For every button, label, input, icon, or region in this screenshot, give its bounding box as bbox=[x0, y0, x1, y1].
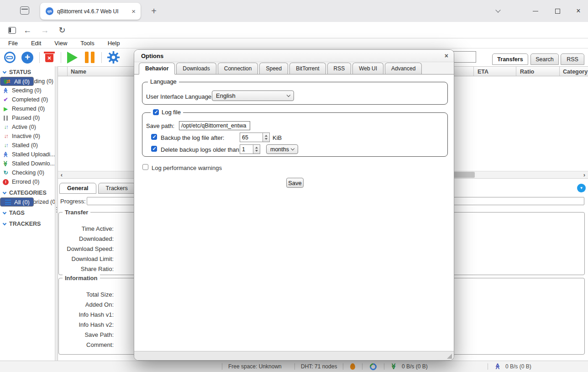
status-filter-checking[interactable]: ↻Checking (0) bbox=[0, 168, 55, 177]
download-chevrons-icon[interactable]: ≫ bbox=[391, 363, 397, 370]
status-filter-stalled-uploading[interactable]: ≫Stalled Uploadi... bbox=[0, 150, 55, 159]
performance-warnings-checkbox[interactable] bbox=[142, 164, 148, 170]
column-name[interactable]: Name bbox=[71, 69, 86, 75]
save-button[interactable]: Save bbox=[286, 178, 304, 188]
tab-close-icon[interactable]: × bbox=[130, 8, 137, 15]
category-all[interactable]: All (0) bbox=[0, 197, 34, 207]
tab-downloads[interactable]: Downloads bbox=[176, 63, 216, 74]
tab-speed[interactable]: Speed bbox=[259, 63, 288, 74]
tab-behavior[interactable]: Behavior bbox=[139, 63, 175, 74]
status-filter-resumed[interactable]: ▶Resumed (0) bbox=[0, 104, 55, 113]
scroll-right-icon[interactable]: › bbox=[581, 171, 588, 178]
backup-checkbox[interactable] bbox=[151, 134, 157, 140]
pause-icon bbox=[2, 116, 10, 121]
menu-help[interactable]: Help bbox=[108, 40, 120, 47]
connection-status-icon[interactable] bbox=[370, 363, 377, 372]
tab-general[interactable]: General bbox=[59, 183, 96, 194]
download-speed-text[interactable]: 0 B/s (0 B) bbox=[402, 363, 428, 370]
status-filter-stalled-downloading[interactable]: ≫Stalled Downlo... bbox=[0, 159, 55, 168]
menu-file[interactable]: File bbox=[8, 40, 18, 47]
collapse-panel-button[interactable]: ▼ bbox=[577, 184, 586, 192]
info-hash-v1-label: Info Hash v1: bbox=[61, 311, 114, 318]
backup-size-stepper[interactable] bbox=[240, 133, 270, 142]
dialog-titlebar[interactable]: Options × bbox=[134, 50, 454, 62]
logfile-checkbox[interactable] bbox=[153, 109, 159, 115]
tab-rss[interactable]: RSS bbox=[561, 53, 584, 65]
delete-backup-checkbox[interactable] bbox=[151, 146, 157, 152]
tab-actions-line bbox=[21, 9, 28, 10]
pause-icon[interactable] bbox=[84, 51, 95, 64]
alt-speed-flame-icon[interactable] bbox=[350, 363, 355, 371]
status-filter-errored[interactable]: !Errored (0) bbox=[0, 177, 55, 186]
status-filter-inactive[interactable]: ↓↑Inactive (0) bbox=[0, 132, 55, 141]
logfile-legend-label: Log file bbox=[162, 109, 181, 116]
delete-icon[interactable]: ✕ bbox=[43, 51, 56, 63]
status-filter-paused[interactable]: Paused (0) bbox=[0, 113, 55, 122]
window-close-button[interactable]: × bbox=[572, 5, 585, 16]
add-torrent-file-icon[interactable]: + bbox=[21, 51, 34, 64]
browser-tab[interactable]: qb qBittorrent v4.6.7 Web UI × bbox=[40, 3, 141, 20]
forward-icon[interactable]: → bbox=[38, 24, 51, 36]
delete-age-stepper[interactable] bbox=[240, 144, 260, 154]
status-filter-completed[interactable]: ✔Completed (0) bbox=[0, 95, 55, 104]
tab-webui[interactable]: Web UI bbox=[352, 63, 383, 74]
window-maximize-button[interactable] bbox=[551, 5, 564, 16]
back-icon[interactable]: ← bbox=[21, 24, 34, 36]
status-filter-stalled[interactable]: ↓↑Stalled (0) bbox=[0, 141, 55, 150]
scroll-left-icon[interactable]: ‹ bbox=[58, 171, 65, 178]
add-torrent-link-icon[interactable] bbox=[3, 51, 16, 64]
save-path-input[interactable] bbox=[179, 121, 250, 130]
menu-view[interactable]: View bbox=[54, 40, 67, 47]
upload-chevrons-icon[interactable]: ≫ bbox=[494, 363, 501, 370]
toolbar-separator bbox=[39, 52, 40, 63]
tab-trackers[interactable]: Trackers bbox=[98, 183, 136, 194]
tab-connection[interactable]: Connection bbox=[218, 63, 258, 74]
tab-advanced[interactable]: Advanced bbox=[385, 63, 422, 74]
performance-warnings-label: Log performance warnings bbox=[152, 165, 222, 171]
tab-list-chevron-icon[interactable] bbox=[491, 5, 505, 16]
down-up-arrows-icon: ↓↑ bbox=[2, 124, 10, 130]
delete-age-unit-select[interactable]: months bbox=[266, 144, 298, 154]
sidebar-toggle-icon[interactable] bbox=[5, 24, 18, 36]
ui-language-select[interactable]: English bbox=[212, 90, 294, 101]
qbittorrent-favicon: qb bbox=[46, 7, 53, 15]
error-icon: ! bbox=[2, 179, 10, 185]
menu-tools[interactable]: Tools bbox=[80, 40, 94, 47]
sidebar-splitter[interactable] bbox=[55, 66, 58, 361]
category-item-label: All (0) bbox=[14, 199, 30, 206]
column-ratio[interactable]: Ratio bbox=[520, 69, 534, 75]
window-minimize-button[interactable] bbox=[529, 5, 542, 16]
splitter-grip bbox=[56, 207, 57, 213]
tags-header[interactable]: TAGS bbox=[0, 208, 55, 218]
tab-actions-icon[interactable] bbox=[20, 6, 29, 15]
resume-icon[interactable] bbox=[66, 51, 79, 64]
status-header[interactable]: STATUS bbox=[0, 68, 55, 77]
status-item-label: Stalled Uploadi... bbox=[12, 151, 55, 158]
upload-speed-text[interactable]: 0 B/s (0 B) bbox=[505, 363, 531, 370]
browser-toolbar: ← → ↻ Not Secure http://192.168.1.1:9080… bbox=[0, 22, 588, 38]
tab-transfers[interactable]: Transfers bbox=[492, 53, 528, 65]
spinner-icons[interactable] bbox=[262, 133, 269, 142]
resize-handle-icon[interactable] bbox=[447, 354, 452, 359]
trackers-header[interactable]: TRACKERS bbox=[0, 219, 55, 229]
backup-size-input[interactable] bbox=[240, 133, 262, 142]
progress-label: Progress: bbox=[60, 198, 86, 205]
reload-icon[interactable]: ↻ bbox=[56, 24, 68, 36]
status-filter-active[interactable]: ↓↑Active (0) bbox=[0, 122, 55, 132]
options-gear-icon[interactable] bbox=[106, 51, 120, 64]
status-item-label: Checking (0) bbox=[12, 170, 44, 176]
categories-header[interactable]: CATEGORIES bbox=[0, 188, 55, 197]
tab-rss-options[interactable]: RSS bbox=[327, 63, 352, 74]
status-filter-seeding[interactable]: ≫Seeding (0) bbox=[0, 86, 55, 95]
new-tab-button[interactable]: + bbox=[148, 5, 160, 17]
tab-search[interactable]: Search bbox=[530, 53, 559, 65]
delete-age-unit-value: months bbox=[270, 146, 289, 153]
spinner-icons[interactable] bbox=[253, 145, 260, 154]
delete-age-input[interactable] bbox=[240, 145, 253, 154]
dialog-close-icon[interactable]: × bbox=[445, 53, 448, 59]
tab-bittorrent[interactable]: BitTorrent bbox=[289, 63, 326, 74]
menu-edit[interactable]: Edit bbox=[31, 40, 41, 47]
column-category[interactable]: Category bbox=[563, 69, 588, 75]
download-speed-label: Download Speed: bbox=[61, 245, 114, 252]
column-eta[interactable]: ETA bbox=[478, 69, 488, 75]
